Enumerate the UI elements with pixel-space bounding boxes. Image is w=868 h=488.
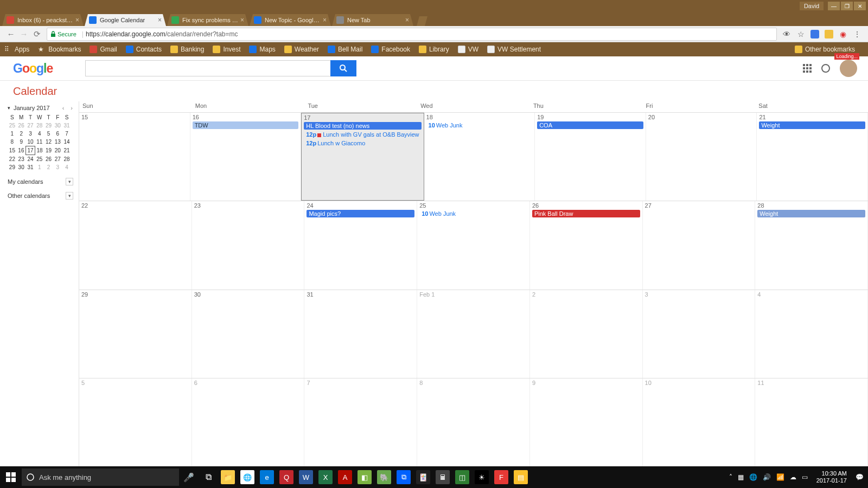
calendar-event[interactable]: Weight: [757, 210, 865, 217]
mini-day[interactable]: 22: [8, 155, 17, 164]
tab-close-icon[interactable]: ×: [75, 16, 79, 24]
taskbar-app-icon[interactable]: F: [494, 470, 509, 485]
taskbar-app-icon[interactable]: Q: [279, 470, 294, 485]
mini-day[interactable]: 9: [17, 138, 26, 146]
bookmark-item[interactable]: Banking: [170, 46, 204, 53]
mini-day[interactable]: 1: [35, 163, 44, 171]
mini-day[interactable]: 4: [62, 163, 72, 171]
calendar-day-cell[interactable]: 31: [304, 290, 417, 378]
task-view-icon[interactable]: ⧉: [201, 470, 216, 485]
tray-cloud-icon[interactable]: ☁: [790, 473, 796, 481]
tab-close-icon[interactable]: ×: [323, 16, 327, 24]
mini-day[interactable]: 27: [26, 121, 35, 130]
mini-day[interactable]: 26: [17, 121, 26, 130]
mini-day[interactable]: 31: [62, 121, 72, 130]
calendar-day-cell[interactable]: 17HL Blood test (no) news12pLunch with G…: [301, 113, 424, 201]
apps-button[interactable]: ⠿ Apps: [4, 46, 29, 53]
calendar-day-cell[interactable]: 30: [192, 290, 305, 378]
taskbar-app-icon[interactable]: 🖩: [435, 470, 450, 485]
calendar-day-cell[interactable]: 26Pink Ball Draw: [530, 201, 643, 289]
calendar-day-cell[interactable]: 29: [79, 290, 192, 378]
mini-day[interactable]: 25: [8, 121, 17, 130]
google-logo[interactable]: Google: [13, 61, 53, 76]
calendar-day-cell[interactable]: 20: [646, 113, 757, 201]
mini-day[interactable]: 15: [8, 146, 17, 155]
mic-icon[interactable]: 🎤: [181, 470, 196, 485]
tab-close-icon[interactable]: ×: [240, 16, 244, 24]
calendar-event[interactable]: Magid pics?: [307, 210, 414, 217]
bookmark-item[interactable]: ★Bookmarks: [38, 46, 81, 53]
bookmark-item[interactable]: Contacts: [126, 46, 162, 53]
calendar-day-cell[interactable]: 8: [417, 378, 530, 466]
calendar-event[interactable]: HL Blood test (no) news: [304, 122, 421, 130]
tray-security-icon[interactable]: ▦: [738, 473, 744, 481]
taskbar-app-icon[interactable]: 🃏: [416, 470, 431, 485]
mini-day[interactable]: 18: [35, 146, 44, 155]
calendar-day-cell[interactable]: 4: [755, 290, 868, 378]
mini-day[interactable]: 31: [26, 163, 35, 171]
nav-reload-button[interactable]: ⟳: [30, 28, 43, 41]
mini-day[interactable]: 24: [26, 155, 35, 164]
bookmark-item[interactable]: Library: [419, 46, 449, 53]
mini-day[interactable]: 7: [62, 130, 72, 138]
bookmark-item[interactable]: Facebook: [371, 46, 410, 53]
mini-day[interactable]: 11: [35, 138, 44, 146]
bookmark-item[interactable]: VW: [458, 46, 478, 53]
mini-day[interactable]: 23: [17, 155, 26, 164]
calendar-day-cell[interactable]: 3: [643, 290, 756, 378]
mini-month-dropdown-icon[interactable]: ▾: [8, 105, 10, 111]
calendar-day-cell[interactable]: 2: [530, 290, 643, 378]
mini-day[interactable]: 19: [44, 146, 53, 155]
mini-day[interactable]: 28: [62, 155, 72, 164]
calendar-day-cell[interactable]: 2510Web Junk: [417, 201, 530, 289]
taskbar-app-icon[interactable]: e: [259, 470, 275, 485]
calendar-day-cell[interactable]: 9: [530, 378, 643, 466]
mini-day[interactable]: 27: [53, 155, 62, 164]
mini-day[interactable]: 16: [17, 146, 26, 155]
mini-day[interactable]: 3: [26, 130, 35, 138]
calendar-day-cell[interactable]: 24Magid pics?: [304, 201, 417, 289]
tab-close-icon[interactable]: ×: [405, 16, 409, 24]
window-maximize-button[interactable]: ❐: [841, 2, 853, 10]
google-apps-icon[interactable]: [803, 64, 812, 73]
tray-battery-icon[interactable]: ▭: [802, 473, 808, 481]
calendar-day-cell[interactable]: Feb 1: [417, 290, 530, 378]
mini-day[interactable]: 3: [53, 163, 62, 171]
mini-day[interactable]: 29: [44, 121, 53, 130]
calendar-day-cell[interactable]: 6: [192, 378, 305, 466]
search-button[interactable]: [330, 60, 356, 76]
mini-day[interactable]: 10: [26, 138, 35, 146]
calendar-day-cell[interactable]: 22: [79, 201, 192, 289]
taskbar-app-icon[interactable]: ◫: [455, 470, 470, 485]
my-calendars-section[interactable]: My calendars ▾: [8, 178, 74, 185]
calendar-day-cell[interactable]: 5: [79, 378, 192, 466]
window-close-button[interactable]: ✕: [854, 2, 866, 10]
window-user-chip[interactable]: David: [800, 2, 824, 10]
start-button[interactable]: [0, 466, 22, 488]
mini-day[interactable]: 17: [26, 146, 35, 155]
calendar-event[interactable]: 10Web Junk: [426, 121, 533, 129]
taskbar-clock[interactable]: 10:30 AM 2017-01-17: [813, 470, 850, 484]
tab-close-icon[interactable]: ×: [158, 16, 162, 24]
bookmark-star-icon[interactable]: ☆: [796, 30, 805, 38]
calendar-event[interactable]: 12pLunch w Giacomo: [304, 139, 421, 147]
mini-day[interactable]: 13: [53, 138, 62, 146]
mini-day[interactable]: 28: [35, 121, 44, 130]
extension-icon-2[interactable]: [825, 30, 833, 38]
bookmark-item[interactable]: VW Settlement: [487, 46, 541, 53]
calendar-day-cell[interactable]: 10: [643, 378, 756, 466]
taskbar-app-icon[interactable]: A: [337, 470, 353, 485]
bookmark-item[interactable]: Maps: [249, 46, 275, 53]
calendar-day-cell[interactable]: 11: [755, 378, 868, 466]
calendar-day-cell[interactable]: 23: [192, 201, 305, 289]
mini-day[interactable]: 2: [44, 163, 53, 171]
mini-day[interactable]: 30: [17, 163, 26, 171]
mini-day[interactable]: 8: [8, 138, 17, 146]
calendar-day-cell[interactable]: 15: [79, 113, 190, 201]
window-minimize-button[interactable]: —: [828, 2, 840, 10]
bookmark-item[interactable]: Gmail: [90, 46, 117, 53]
bookmark-item[interactable]: Bell Mail: [328, 46, 362, 53]
calendar-event[interactable]: Weight: [759, 121, 865, 129]
nav-back-button[interactable]: ←: [4, 28, 17, 41]
tray-wifi-icon[interactable]: 📶: [776, 473, 784, 481]
